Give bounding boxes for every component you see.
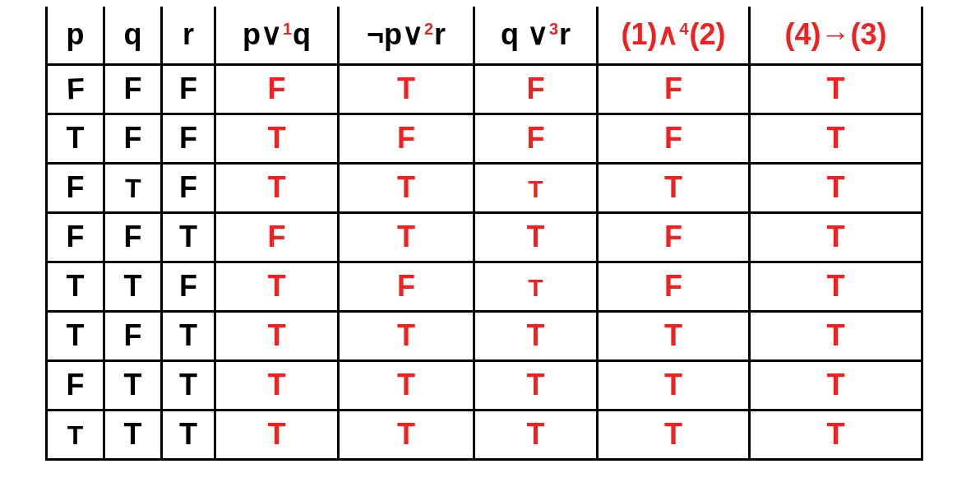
- cell-c5: T: [750, 262, 922, 311]
- cell-c2: T: [339, 64, 474, 114]
- cell-c1: T: [215, 360, 339, 410]
- cell-value: F: [67, 368, 85, 402]
- cell-r: T: [162, 311, 215, 360]
- cell-c4: T: [598, 360, 750, 410]
- cell-q: T: [104, 163, 162, 212]
- header-col3: q ∨3r: [474, 7, 598, 64]
- cell-value: T: [179, 368, 197, 402]
- cell-c5: T: [750, 212, 922, 262]
- cell-value: T: [268, 318, 286, 353]
- cell-value: T: [664, 417, 682, 452]
- cell-c3: F: [474, 114, 598, 163]
- cell-value: T: [827, 170, 845, 205]
- header-row: p q r p∨1q ¬p∨2r q ∨3r (1)∧4(2) (4)→(3): [47, 7, 922, 64]
- cell-value: T: [664, 170, 682, 205]
- table-row: FTFTTTTT: [47, 163, 922, 212]
- cell-value: T: [827, 417, 845, 452]
- cell-c3: F: [474, 64, 598, 114]
- cell-value: F: [527, 72, 545, 106]
- cell-c5: T: [750, 64, 922, 114]
- cell-q: F: [104, 114, 162, 163]
- header-col2: ¬p∨2r: [339, 7, 474, 64]
- header-p: p: [47, 7, 104, 64]
- cell-p: T: [47, 311, 104, 360]
- header-col4: (1)∧4(2): [598, 7, 750, 64]
- cell-value: T: [268, 417, 286, 452]
- table-row: TTFTFTFT: [47, 262, 922, 311]
- cell-value: T: [827, 121, 845, 155]
- cell-p: F: [47, 163, 104, 212]
- cell-r: T: [162, 212, 215, 262]
- cell-c2: T: [339, 311, 474, 360]
- cell-c3: T: [474, 262, 598, 311]
- cell-value: F: [664, 220, 682, 254]
- cell-q: F: [104, 311, 162, 360]
- cell-value: T: [527, 318, 545, 353]
- cell-r: F: [162, 114, 215, 163]
- cell-c4: F: [598, 212, 750, 262]
- cell-value: F: [664, 121, 682, 155]
- cell-value: T: [528, 175, 543, 203]
- table-row: TFTTTTTT: [47, 311, 922, 360]
- cell-value: T: [268, 121, 286, 155]
- cell-value: F: [268, 72, 286, 106]
- cell-value: T: [268, 368, 286, 402]
- cell-value: T: [67, 121, 85, 155]
- cell-value: T: [397, 220, 415, 254]
- cell-value: T: [827, 72, 845, 106]
- cell-value: T: [827, 220, 845, 254]
- cell-q: T: [104, 360, 162, 410]
- cell-value: T: [527, 368, 545, 402]
- cell-c1: F: [215, 64, 339, 114]
- cell-value: T: [827, 318, 845, 353]
- cell-c2: T: [339, 163, 474, 212]
- cell-p: T: [47, 262, 104, 311]
- table-body: FFFFTFFTTFFTFFFTFTFTTTTTFFTFTTFTTTFTFTFT…: [47, 64, 922, 459]
- cell-value: T: [527, 417, 545, 452]
- cell-r: T: [162, 360, 215, 410]
- cell-value: F: [664, 269, 682, 304]
- cell-c3: T: [474, 410, 598, 459]
- cell-c4: F: [598, 114, 750, 163]
- cell-c1: F: [215, 212, 339, 262]
- cell-value: T: [664, 368, 682, 402]
- cell-value: F: [124, 121, 142, 155]
- cell-value: F: [268, 220, 286, 254]
- cell-c2: T: [339, 360, 474, 410]
- cell-value: T: [268, 269, 286, 304]
- cell-value: T: [397, 72, 415, 106]
- cell-value: F: [179, 72, 197, 106]
- cell-p: F: [47, 212, 104, 262]
- cell-c2: T: [339, 410, 474, 459]
- cell-value: T: [124, 417, 142, 452]
- table-row: FFTFTTFT: [47, 212, 922, 262]
- cell-q: T: [104, 410, 162, 459]
- cell-c4: T: [598, 311, 750, 360]
- cell-c3: T: [474, 311, 598, 360]
- cell-value: T: [179, 318, 197, 353]
- cell-value: T: [527, 220, 545, 254]
- cell-c4: F: [598, 64, 750, 114]
- cell-value: T: [397, 417, 415, 452]
- cell-p: F: [47, 360, 104, 410]
- cell-c1: T: [215, 163, 339, 212]
- header-q: q: [104, 7, 162, 64]
- cell-value: F: [179, 170, 197, 205]
- table-row: TTTTTTTT: [47, 410, 922, 459]
- cell-value: T: [124, 269, 142, 304]
- cell-value: F: [124, 318, 142, 353]
- cell-c1: T: [215, 114, 339, 163]
- cell-p: T: [47, 410, 104, 459]
- cell-r: F: [162, 163, 215, 212]
- truth-table: p q r p∨1q ¬p∨2r q ∨3r (1)∧4(2) (4)→(3) …: [45, 7, 923, 461]
- table-row: TFFTFFFT: [47, 114, 922, 163]
- cell-c1: T: [215, 311, 339, 360]
- cell-value: F: [124, 220, 142, 254]
- cell-q: F: [104, 212, 162, 262]
- cell-c5: T: [750, 311, 922, 360]
- header-col1: p∨1q: [215, 7, 339, 64]
- cell-q: F: [104, 64, 162, 114]
- cell-r: F: [162, 262, 215, 311]
- cell-value: T: [827, 368, 845, 402]
- cell-value: T: [67, 420, 84, 451]
